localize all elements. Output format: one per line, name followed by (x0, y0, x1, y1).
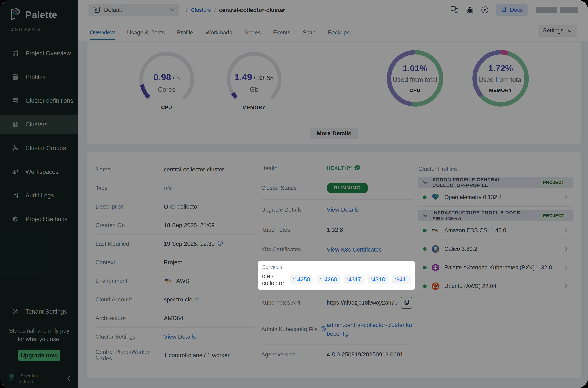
profile-layer-ubuntu[interactable]: Ubuntu (AWS) 22.04 (418, 277, 572, 295)
sidebar-item-clusters[interactable]: Clusters (0, 115, 78, 134)
service-port-link[interactable]: :4318 (368, 275, 387, 284)
sidebar-item-audit-logs[interactable]: Audit Logs (0, 186, 78, 205)
sidebar-item-label: Audit Logs (25, 192, 54, 199)
profile-layer-calico[interactable]: Calico 3.30.2 (418, 240, 572, 258)
status-row-agent-version: Agent version 4.8.0-250919/20250919.0001 (261, 345, 412, 365)
top-bar-actions: Docs (450, 4, 578, 16)
upgrade-now-button[interactable]: Upgrade now (18, 350, 60, 361)
explore-compass-button[interactable] (481, 6, 489, 14)
chevron-right-icon (565, 228, 567, 233)
profile-group-name: ADDON PROFILE CENTRAL-COLLECTOR-PROFILE (432, 177, 535, 188)
admin-kubeconfig-link[interactable]: admin.central-collector-cluster.kubeconf… (327, 321, 412, 338)
cluster-settings-view-details-link[interactable]: View Details (164, 333, 196, 340)
sidebar-item-label: Cluster Groups (25, 145, 66, 151)
tab-scan[interactable]: Scan (303, 29, 316, 41)
cpu-gauge-value: 0.98/ 8 Cores (138, 72, 196, 94)
copy-api-url-button[interactable] (401, 297, 412, 309)
cluster-tabs: Overview Usage & Costs Profile Workloads… (90, 29, 350, 41)
chevron-right-icon (565, 195, 567, 200)
feedback-chat-button[interactable] (450, 6, 459, 14)
spectro-cloud-wordmark: Spectro Cloud (20, 373, 38, 385)
services-label: Services (262, 264, 410, 270)
profile-layer-opentelemetry[interactable]: Opentelemetry 0.132.4 (418, 188, 572, 207)
palette-logo-icon (10, 8, 21, 22)
user-name-redacted[interactable] (536, 7, 578, 13)
created-on-value: 18 Sep 2025, 21:09 (164, 222, 215, 229)
environment-value: AWS (176, 278, 189, 284)
context-value: Project (164, 259, 182, 266)
control-plane-worker-value: 1 control-plane / 1 worker (164, 352, 229, 359)
aws-logo-icon: aws (431, 227, 440, 233)
tab-backups[interactable]: Backups (328, 29, 350, 41)
infra-profile-group-header[interactable]: INFRASTRUCTURE PROFILE DOCS-AWS-INFRA PR… (418, 210, 572, 221)
promo-line-2: for what you use! (0, 335, 78, 344)
docs-button[interactable]: Docs (496, 4, 528, 16)
profile-layer-pxk[interactable]: Palette eXtended Kubernetes (PXK) 1.32.8 (418, 258, 572, 277)
memory-gauge-label: MEMORY (225, 105, 283, 110)
allocation-gauges: 0.98/ 8 Cores CPU 1.49/ 33.65 Gb (87, 43, 334, 144)
memory-used-value: 1.49 (234, 72, 252, 82)
tab-workloads[interactable]: Workloads (205, 29, 232, 41)
bug-icon (466, 6, 474, 14)
sidebar-item-label: Project Settings (25, 216, 68, 223)
memory-unit: Gb (225, 86, 283, 94)
collapse-sidebar-chevron-icon[interactable] (67, 376, 71, 382)
service-port-link[interactable]: :14268 (317, 275, 340, 284)
sidebar-item-cluster-definitions[interactable]: Cluster definitions (0, 91, 78, 110)
network-nodes-icon (11, 145, 19, 151)
running-status-badge[interactable]: RUNNING (327, 183, 368, 193)
sidebar-item-profiles[interactable]: Profiles (0, 68, 78, 87)
sidebar-item-project-settings[interactable]: Project Settings (0, 210, 78, 229)
ubuntu-logo-icon (431, 282, 440, 290)
upgrade-view-details-link[interactable]: View Details (327, 206, 359, 213)
cpu-donut-label: CPU (409, 88, 420, 93)
breadcrumb: / Clusters / central-collector-cluster (186, 7, 285, 13)
tab-overview[interactable]: Overview (90, 29, 115, 41)
tab-usage-costs[interactable]: Usage & Costs (127, 29, 165, 41)
breadcrumb-current-cluster: central-collector-cluster (219, 7, 285, 13)
info-icon[interactable] (218, 241, 223, 247)
tab-profile[interactable]: Profile (177, 29, 193, 41)
info-icon[interactable] (320, 326, 326, 333)
sidebar-item-label: Clusters (25, 121, 47, 128)
promo-line-1: Start small and only pay (0, 327, 78, 335)
description-value: OTel collector (164, 203, 199, 210)
pxk-logo-icon (431, 263, 440, 272)
breadcrumb-clusters-link[interactable]: Clusters (191, 7, 211, 13)
tab-events[interactable]: Events (273, 29, 290, 41)
sidebar-item-cluster-groups[interactable]: Cluster Groups (0, 139, 78, 158)
settings-button[interactable]: Settings (538, 24, 577, 37)
service-port-link[interactable]: :4317 (344, 275, 364, 284)
svg-text:aws: aws (164, 278, 170, 281)
cpu-total-value: / 8 (173, 74, 180, 82)
cpu-gauge-label: CPU (138, 105, 196, 110)
status-row-k8s-certificates: K8s Certificates View K8s Certificates (261, 240, 412, 259)
chevron-right-icon (565, 265, 567, 270)
sidebar: Palette 4.8.0-250916 Project Overview Pr… (0, 0, 78, 388)
spectro-cloud-logo-icon (7, 374, 16, 384)
services-spotlight: Services otel-collector :14250 :14268 :4… (258, 261, 415, 290)
project-scope-selector[interactable]: Default (89, 4, 180, 16)
check-circle-icon (354, 165, 360, 172)
gear-icon (11, 216, 19, 223)
breadcrumb-separator: / (214, 7, 216, 13)
profile-layer-amazon-ebs-csi[interactable]: aws Amazon EBS CSI 1.46.0 (418, 221, 572, 240)
layers-stack-icon (11, 97, 19, 104)
report-bug-button[interactable] (466, 6, 474, 14)
service-port-link[interactable]: :14250 (290, 275, 313, 284)
service-port-link[interactable]: :9411 (392, 275, 411, 284)
addon-profile-group-header[interactable]: ADDON PROFILE CENTRAL-COLLECTOR-PROFILE … (418, 177, 572, 188)
book-icon (500, 6, 507, 14)
cpu-donut-caption: Used from total (393, 76, 437, 84)
more-details-button[interactable]: More Details (310, 127, 358, 139)
kubernetes-api-url: https://ni9ozje18ivwoy2ah70ynx… (327, 299, 398, 306)
status-row-kubernetes: Kubernetes 1.32.8 (261, 220, 412, 240)
sidebar-item-project-overview[interactable]: Project Overview (0, 44, 78, 63)
status-row-services: Services otel-collector :14250 :14268 :4… (261, 261, 412, 291)
tab-nodes[interactable]: Nodes (244, 29, 261, 41)
view-k8s-certificates-link[interactable]: View K8s Certificates (327, 246, 382, 253)
sidebar-item-workspaces[interactable]: Workspaces (0, 162, 78, 181)
cluster-status-column: Health HEALTHY Cluster Status RUNNING (261, 160, 412, 367)
cpu-used-percent: 1.01% (403, 63, 427, 73)
sidebar-item-tenant-settings[interactable]: Tenant Settings (0, 302, 78, 321)
